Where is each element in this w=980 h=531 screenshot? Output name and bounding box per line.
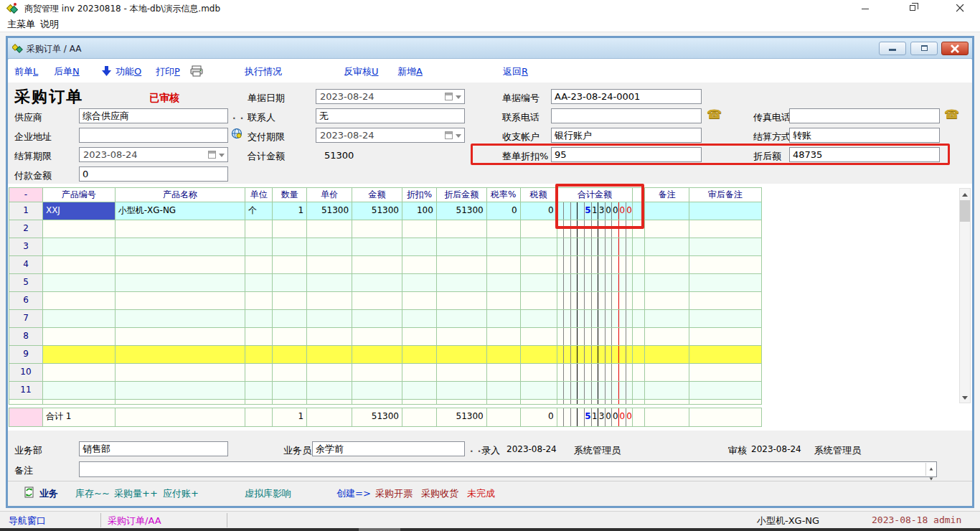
- printer-icon[interactable]: [190, 65, 203, 79]
- table-cell[interactable]: [273, 346, 307, 363]
- table-cell[interactable]: [116, 256, 246, 273]
- table-cell[interactable]: [557, 364, 633, 381]
- salesman-input[interactable]: [312, 441, 465, 456]
- col-header-note[interactable]: 备注: [645, 188, 689, 202]
- supplier-input[interactable]: [79, 108, 228, 123]
- table-cell[interactable]: [352, 256, 402, 273]
- table-cell[interactable]: 11: [9, 382, 43, 399]
- table-cell[interactable]: [116, 310, 246, 327]
- table-cell[interactable]: [557, 238, 633, 255]
- refresh-icon[interactable]: [24, 487, 34, 501]
- menu-help[interactable]: 说明: [40, 18, 59, 31]
- col-header-discount[interactable]: 折扣%: [402, 188, 437, 202]
- table-cell[interactable]: [487, 292, 521, 309]
- table-cell[interactable]: [633, 220, 645, 238]
- function-button[interactable]: 功能O: [116, 65, 141, 78]
- table-cell[interactable]: [645, 382, 689, 399]
- table-cell[interactable]: [402, 220, 437, 238]
- table-cell[interactable]: [487, 238, 521, 255]
- prev-doc-button[interactable]: 前单L: [14, 65, 38, 78]
- table-cell[interactable]: [352, 220, 402, 238]
- table-cell[interactable]: [521, 220, 557, 238]
- link-purchase-qty[interactable]: 采购量++: [114, 487, 158, 500]
- table-cell[interactable]: [487, 346, 521, 363]
- table-cell[interactable]: [402, 346, 437, 363]
- table-row[interactable]: 7: [9, 310, 761, 328]
- table-cell[interactable]: [487, 256, 521, 273]
- table-cell[interactable]: [352, 238, 402, 255]
- execution-status-button[interactable]: 执行情况: [245, 65, 282, 78]
- table-cell[interactable]: 5: [9, 274, 43, 291]
- table-cell[interactable]: [689, 220, 761, 238]
- table-cell[interactable]: [645, 292, 689, 309]
- table-cell[interactable]: [487, 382, 521, 399]
- table-cell[interactable]: 6: [9, 292, 43, 309]
- link-purchase-receive[interactable]: 采购收货: [421, 487, 458, 500]
- table-cell[interactable]: [116, 220, 246, 238]
- table-cell[interactable]: [116, 364, 246, 381]
- table-cell[interactable]: [633, 346, 645, 363]
- col-header-amount[interactable]: 金额: [352, 188, 402, 202]
- account-input[interactable]: [551, 128, 702, 143]
- table-cell[interactable]: [245, 328, 273, 345]
- table-cell[interactable]: [402, 274, 437, 291]
- table-cell[interactable]: [689, 382, 761, 399]
- table-cell[interactable]: [43, 274, 116, 291]
- table-cell[interactable]: [437, 292, 487, 309]
- table-cell[interactable]: [307, 364, 352, 381]
- table-cell[interactable]: [487, 220, 521, 238]
- table-cell[interactable]: [116, 328, 246, 345]
- minimize-button[interactable]: [849, 0, 881, 16]
- table-cell[interactable]: [645, 328, 689, 345]
- col-header-disc-amount[interactable]: 折后金额: [437, 188, 487, 202]
- settle-deadline-datefield[interactable]: 2023-08-24: [79, 147, 228, 162]
- table-cell[interactable]: [633, 328, 645, 345]
- col-header-qty[interactable]: 数量: [273, 188, 307, 202]
- table-cell[interactable]: [245, 292, 273, 309]
- table-cell[interactable]: [352, 382, 402, 399]
- table-cell[interactable]: [487, 274, 521, 291]
- table-cell[interactable]: [307, 220, 352, 238]
- table-cell[interactable]: [689, 238, 761, 255]
- table-cell[interactable]: [521, 238, 557, 255]
- table-row[interactable]: 1 XXJ 小型机-XG-NG 个 1 51300 51300 100 5130…: [9, 202, 761, 220]
- scroll-down-button[interactable]: [960, 392, 970, 403]
- table-cell[interactable]: [633, 382, 645, 399]
- restore-button[interactable]: [897, 0, 928, 16]
- table-cell[interactable]: 7: [9, 310, 43, 327]
- add-new-button[interactable]: 新增A: [397, 65, 423, 78]
- table-cell[interactable]: [273, 274, 307, 291]
- table-cell[interactable]: [521, 328, 557, 345]
- table-cell[interactable]: [43, 238, 116, 255]
- table-cell[interactable]: [352, 364, 402, 381]
- table-cell[interactable]: [273, 382, 307, 399]
- link-business[interactable]: 业务: [39, 487, 58, 500]
- table-cell[interactable]: [689, 274, 761, 291]
- contact-input[interactable]: [316, 108, 465, 123]
- table-cell[interactable]: [245, 382, 273, 399]
- table-cell[interactable]: [43, 310, 116, 327]
- table-cell[interactable]: [645, 274, 689, 291]
- note-spinner[interactable]: [925, 463, 936, 476]
- link-create[interactable]: 创建=>: [336, 487, 371, 500]
- table-cell[interactable]: [521, 346, 557, 363]
- table-cell[interactable]: [245, 364, 273, 381]
- table-cell[interactable]: [116, 238, 246, 255]
- table-row[interactable]: 5: [9, 274, 761, 292]
- print-button[interactable]: 打印P: [156, 65, 180, 78]
- settle-method-input[interactable]: [789, 128, 940, 143]
- table-cell[interactable]: [43, 256, 116, 273]
- table-row[interactable]: 3: [9, 238, 761, 256]
- table-cell[interactable]: [307, 256, 352, 273]
- return-button[interactable]: 返回R: [503, 65, 528, 78]
- table-cell[interactable]: [402, 382, 437, 399]
- fax-input[interactable]: [789, 108, 940, 123]
- table-cell[interactable]: [521, 364, 557, 381]
- table-cell[interactable]: [437, 328, 487, 345]
- table-cell[interactable]: [273, 292, 307, 309]
- child-close-button[interactable]: [941, 42, 969, 55]
- salesman-lookup-button[interactable]: . .: [470, 444, 481, 454]
- table-cell[interactable]: [437, 256, 487, 273]
- scrollbar-thumb[interactable]: [960, 200, 970, 222]
- table-cell[interactable]: [437, 382, 487, 399]
